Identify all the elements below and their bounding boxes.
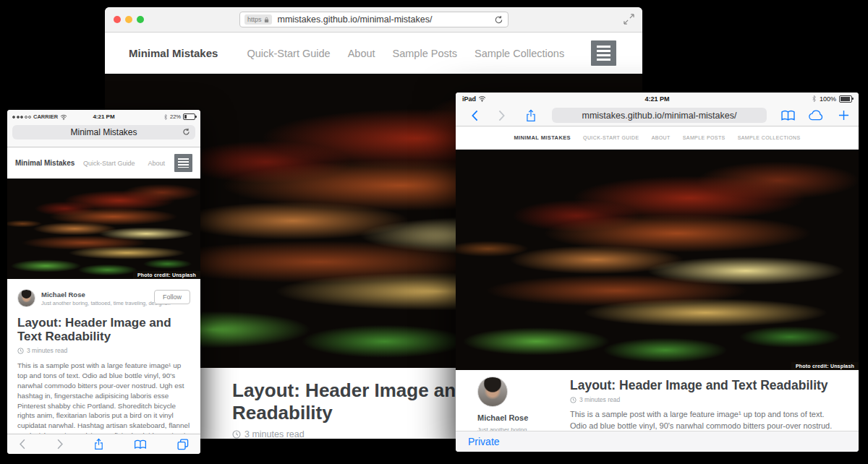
forward-icon[interactable] [56,439,64,450]
share-icon[interactable] [526,109,536,122]
nav-link-quick-start-guide[interactable]: Quick-Start Guide [583,135,639,140]
ipad-clock: 4:21 PM [456,95,859,103]
private-browsing-bar: Private [456,431,859,452]
nav-link-about[interactable]: About [652,135,671,140]
iphone-site-nav: Minimal Mistakes Quick-Start Guide About [7,147,200,179]
iphone-article: Michael Rose Just another boring, tattoo… [7,279,200,454]
author-avatar [17,289,35,307]
read-time-meta: 3 minutes read [570,396,840,403]
desktop-titlebar: https mmistakes.github.io/minimal-mistak… [105,7,642,33]
ipad-status-bar: iPad 4:21 PM 100% [456,93,859,105]
nav-link-sample-posts[interactable]: Sample Posts [683,135,726,140]
iphone-status-bar: CARRIER 4:21 PM 22% [7,110,200,124]
fullscreen-icon[interactable] [624,14,634,25]
bookmarks-icon[interactable] [780,110,796,121]
nav-link-sample-posts[interactable]: Sample Posts [393,48,457,59]
https-label: https [247,16,262,23]
author-bio: Just another boring, tattooed, time trav… [41,300,171,306]
https-badge: https [244,14,272,25]
battery-icon [183,113,195,120]
site-brand-link[interactable]: Minimal Mistakes [15,159,75,167]
ipad-site-nav: Minimal Mistakes Quick-Start Guide About… [456,126,859,150]
desktop-site-nav: Minimal Mistakes Quick-Start Guide About… [105,33,642,74]
nav-link-quick-start-guide[interactable]: Quick-Start Guide [83,160,135,167]
iphone-clock: 4:21 PM [7,113,200,120]
battery-icon [839,95,852,103]
article-paragraph: This is a sample post with a large featu… [570,409,840,433]
iphone-url-row: Minimal Mistakes [7,124,200,147]
ipad-address-bar[interactable]: mmistakes.github.io/minimal-mistakes/ [552,108,767,123]
clock-icon [17,348,24,354]
new-tab-icon[interactable] [838,110,849,121]
read-time-text: 3 minutes read [244,429,305,439]
ipad-safari-window: iPad 4:21 PM 100% [456,93,859,452]
author-sidebar: Michael Rose Just another boring, tattoo… [456,370,550,433]
feature-image: Photo credit: Unsplash [7,179,200,279]
reload-icon[interactable] [494,15,503,25]
back-icon[interactable] [19,439,26,450]
site-brand-link[interactable]: Minimal Mistakes [129,47,218,59]
ipad-article: Michael Rose Just another boring, tattoo… [456,370,859,433]
clock-icon [232,430,241,439]
page-title: Layout: Header Image and Text Readabilit… [570,378,840,393]
photo-credit-badge: Photo credit: Unsplash [791,362,859,370]
read-time-meta: 3 minutes read [17,347,190,354]
bookmarks-icon[interactable] [134,439,147,450]
reload-icon[interactable] [182,128,190,136]
ipad-safari-toolbar: mmistakes.github.io/minimal-mistakes/ [456,105,859,126]
follow-button[interactable]: Follow [154,290,190,304]
hamburger-menu-icon[interactable] [591,40,616,66]
ipad-url-text: mmistakes.github.io/minimal-mistakes/ [582,111,737,121]
hamburger-menu-icon[interactable] [174,154,192,172]
private-label[interactable]: Private [468,436,500,447]
clock-icon [570,397,576,403]
hamburger-bars [597,46,610,61]
window-controls [114,16,144,23]
url-text: mmistakes.github.io/minimal-mistakes/ [278,14,433,25]
tabs-icon[interactable] [177,439,189,450]
nav-link-sample-collections[interactable]: Sample Collections [738,135,801,140]
share-icon[interactable] [94,438,103,450]
nav-link-about[interactable]: About [348,48,375,59]
minimize-window-button[interactable] [125,16,132,23]
address-bar[interactable]: https mmistakes.github.io/minimal-mistak… [239,12,509,27]
maximize-window-button[interactable] [137,16,144,23]
author-avatar [477,377,508,407]
iphone-address-bar[interactable]: Minimal Mistakes [12,125,195,139]
author-name: Michael Rose [41,291,171,298]
photo-credit-badge: Photo credit: Unsplash [133,271,200,279]
stage: https mmistakes.github.io/minimal-mistak… [0,0,868,464]
author-name: Michael Rose [477,413,550,422]
close-window-button[interactable] [114,16,121,23]
nav-link-sample-collections[interactable]: Sample Collections [475,48,564,59]
read-time-text: 3 minutes read [579,396,620,403]
iphone-url-title: Minimal Mistakes [70,127,137,137]
icloud-tabs-icon[interactable] [807,109,825,121]
author-row: Michael Rose Just another boring, tattoo… [17,289,190,307]
feature-image: Photo credit: Unsplash [456,150,859,370]
forward-icon[interactable] [498,110,506,121]
back-icon[interactable] [471,110,479,121]
nav-link-about[interactable]: About [148,160,165,167]
iphone-safari-window: CARRIER 4:21 PM 22% Minimal Mistakes [7,110,200,454]
hamburger-bars [178,158,189,168]
read-time-text: 3 minutes read [27,347,67,354]
iphone-safari-toolbar [7,434,200,454]
lock-icon [264,17,269,23]
page-title: Layout: Header Image and Text Readabilit… [17,316,190,343]
nav-link-quick-start-guide[interactable]: Quick-Start Guide [247,48,330,59]
site-brand-link[interactable]: Minimal Mistakes [514,134,571,141]
